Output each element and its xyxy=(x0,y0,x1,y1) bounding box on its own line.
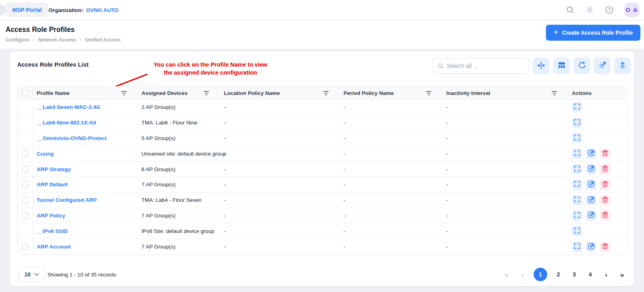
page-size-value: 10 xyxy=(24,271,31,278)
delete-row-button[interactable] xyxy=(600,195,610,205)
previous-page-button[interactable]: ‹ xyxy=(518,271,527,278)
expand-row-button[interactable] xyxy=(572,164,582,174)
open-in-new-button[interactable] xyxy=(594,57,611,74)
plus-icon: + xyxy=(554,28,558,36)
next-page-button[interactable]: › xyxy=(601,271,611,278)
assigned-devices-cell: Unnamed site: default device group xyxy=(137,151,220,157)
collapse-columns-icon xyxy=(537,61,546,71)
page-size-select[interactable]: 10 xyxy=(18,267,45,282)
profile-name-link[interactable]: ARP Account xyxy=(37,244,71,250)
msp-portal-button[interactable]: MSP Portal xyxy=(6,2,49,17)
expand-row-button[interactable] xyxy=(572,195,582,205)
edit-row-button[interactable] xyxy=(586,148,596,159)
row-actions xyxy=(568,133,627,143)
assigned-devices-cell: 6 AP Group(s) xyxy=(137,166,220,172)
page-4-button[interactable]: 4 xyxy=(585,270,595,279)
profile-name-link[interactable]: __Lab6-Nine-802.1X-All xyxy=(37,120,96,126)
refresh-button[interactable] xyxy=(573,57,590,74)
manage-columns-button[interactable] xyxy=(553,57,570,74)
expand-row-button[interactable] xyxy=(572,226,582,236)
msp-portal-label: MSP Portal xyxy=(12,7,42,13)
notifications-bell-icon[interactable] xyxy=(585,6,594,14)
svg-text:?: ? xyxy=(608,8,611,12)
table-row: ARP Policy7 AP Group(s)--- xyxy=(18,208,627,224)
create-button-label: Create Access Role Profile xyxy=(562,30,633,36)
delete-row-button[interactable] xyxy=(600,164,610,174)
user-avatar[interactable]: O A xyxy=(624,3,639,17)
annotation-line-2: the assigned device configuration xyxy=(139,69,282,77)
profile-name-link[interactable]: __Lab4-Seven-MAC-2.4G xyxy=(37,104,100,110)
select-all-checkbox[interactable] xyxy=(22,90,28,96)
last-page-button[interactable]: » xyxy=(617,271,627,278)
search-input[interactable] xyxy=(447,63,524,69)
delete-row-button[interactable] xyxy=(600,180,610,190)
expand-row-button[interactable] xyxy=(572,133,582,143)
edit-row-button[interactable] xyxy=(586,180,596,190)
table-row: CuongUnnamed site: default device group-… xyxy=(18,146,627,162)
pagination: «‹1234›» xyxy=(502,267,627,282)
row-checkbox[interactable] xyxy=(22,197,28,203)
row-actions xyxy=(568,118,627,128)
expand-row-button[interactable] xyxy=(572,242,582,252)
search-icon[interactable] xyxy=(566,6,575,14)
profile-name-link[interactable]: ARP Default xyxy=(37,182,68,187)
expand-row-button[interactable] xyxy=(572,210,582,221)
first-page-button[interactable]: « xyxy=(502,271,511,278)
profile-name-link[interactable]: __Omnivista-OVNG-Protect xyxy=(37,135,107,141)
page-1-button[interactable]: 1 xyxy=(534,268,547,281)
profile-name-cell: ARP Default xyxy=(33,182,137,187)
expand-icon xyxy=(573,103,581,111)
profile-name-link[interactable]: ARP Policy xyxy=(37,213,65,219)
row-checkbox[interactable] xyxy=(22,212,28,219)
filter-icon[interactable] xyxy=(204,91,209,96)
expand-row-button[interactable] xyxy=(572,118,582,128)
breadcrumb-item-network-access[interactable]: Network Access xyxy=(38,37,76,43)
expand-row-button[interactable] xyxy=(572,180,582,190)
column-header-inactivity-interval: Inactivity Interval xyxy=(442,90,568,96)
page-3-button[interactable]: 3 xyxy=(569,270,579,279)
delete-row-button[interactable] xyxy=(600,242,610,252)
access-role-profiles-panel: Access Role Profiles List You can click … xyxy=(10,51,634,286)
filter-icon[interactable] xyxy=(426,91,432,96)
edit-row-button[interactable] xyxy=(586,164,596,174)
inactivity-interval-cell: - xyxy=(442,166,568,172)
breadcrumb-item-configure[interactable]: Configure xyxy=(6,37,29,43)
edit-row-button[interactable] xyxy=(586,210,596,221)
row-checkbox[interactable] xyxy=(22,166,28,172)
profile-name-link[interactable]: ARP Strategy xyxy=(37,166,71,172)
filter-icon[interactable] xyxy=(121,91,127,96)
row-checkbox[interactable] xyxy=(22,182,28,188)
delete-row-button[interactable] xyxy=(600,210,610,221)
delete-icon xyxy=(601,211,609,220)
collapse-columns-button[interactable] xyxy=(533,57,550,74)
edit-row-button[interactable] xyxy=(586,242,596,252)
filter-icon[interactable] xyxy=(323,91,329,96)
breadcrumb-item-unified-access[interactable]: Unified Access xyxy=(85,37,121,43)
profile-name-link[interactable]: Tunnel Configured ARP xyxy=(37,197,97,203)
organization-link[interactable]: OVNG AUTO xyxy=(86,7,118,13)
export-button[interactable] xyxy=(614,57,631,74)
row-actions xyxy=(568,148,627,159)
create-access-role-profile-button[interactable]: + Create Access Role Profile xyxy=(546,25,640,41)
column-label: Profile Name xyxy=(37,90,70,96)
period-policy-cell: - xyxy=(340,104,442,110)
assigned-devices-cell: 5 AP Group(s) xyxy=(137,135,220,141)
edit-row-button[interactable] xyxy=(586,195,596,205)
delete-row-button[interactable] xyxy=(600,148,610,159)
filter-icon[interactable] xyxy=(552,91,557,96)
expand-row-button[interactable] xyxy=(572,148,582,159)
row-checkbox[interactable] xyxy=(22,150,28,157)
profile-name-link[interactable]: __IPv6 SSID xyxy=(37,228,68,234)
row-select-cell xyxy=(18,100,33,115)
row-checkbox[interactable] xyxy=(22,244,28,250)
table-row: __Lab4-Seven-MAC-2.4G2 AP Group(s)--- xyxy=(18,100,627,115)
expand-row-button[interactable] xyxy=(572,102,582,112)
row-actions xyxy=(568,180,627,190)
help-icon[interactable]: ? xyxy=(605,6,614,14)
inactivity-interval-cell: - xyxy=(442,135,568,141)
profile-name-link[interactable]: Cuong xyxy=(37,151,54,157)
location-policy-cell: - xyxy=(220,166,340,172)
column-header-period-policy-name: Period Policy Name xyxy=(340,90,442,96)
page-2-button[interactable]: 2 xyxy=(554,270,563,279)
table-row: Tunnel Configured ARPTMA: Lab4 - Floor S… xyxy=(18,193,627,208)
